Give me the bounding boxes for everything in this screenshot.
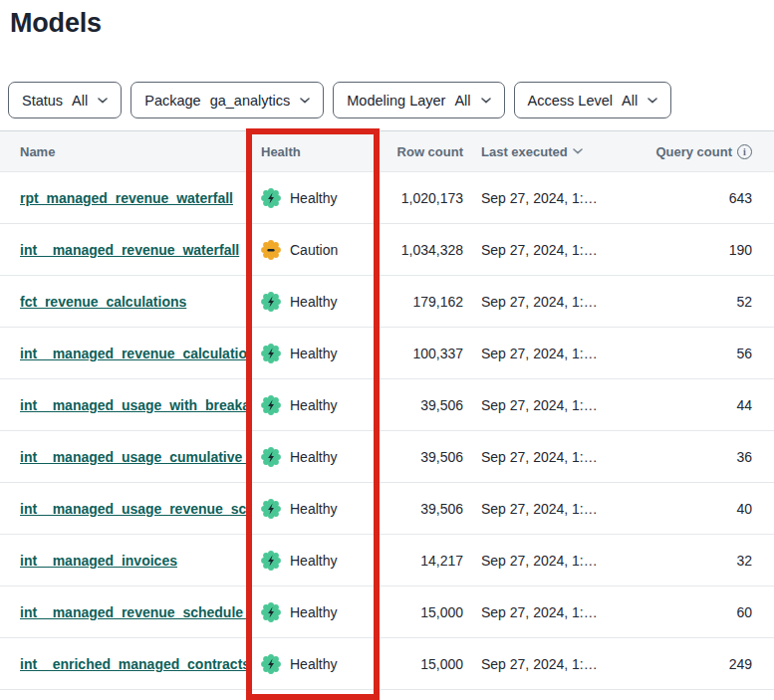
health-status-icon (261, 602, 281, 622)
query-count-value: 44 (623, 397, 774, 413)
row-count-value: 15,000 (380, 656, 468, 672)
name-cell: int__managed_revenue_schedule_… (0, 604, 246, 620)
last-executed-value: Sep 27, 2024, 1:… (468, 397, 623, 413)
filter-bar: StatusAll Packagega_analytics Modeling L… (8, 82, 774, 118)
health-status-icon (261, 188, 281, 208)
query-count-value: 643 (623, 190, 774, 206)
name-cell: int__managed_usage_with_breaka… (0, 397, 246, 413)
health-label: Healthy (290, 294, 337, 310)
filter-label: Modeling Layer (347, 93, 445, 109)
model-name-link[interactable]: int__managed_usage_cumulative_… (20, 449, 246, 465)
health-label: Healthy (290, 346, 337, 361)
query-count-value: 56 (623, 346, 774, 361)
query-count-value: 32 (623, 553, 774, 569)
filter-chip-status[interactable]: StatusAll (8, 82, 122, 118)
table-row: int__managed_revenue_calculations Health… (0, 328, 774, 379)
filter-label: Access Level (528, 93, 613, 109)
filter-chip-package[interactable]: Packagega_analytics (130, 82, 324, 118)
row-count-value: 1,034,328 (380, 242, 468, 258)
row-count-value: 14,217 (380, 553, 468, 569)
query-count-value: 60 (623, 604, 774, 620)
info-circle-icon[interactable]: i (737, 144, 752, 159)
column-header-row-count: Row count (380, 144, 468, 159)
health-cell: Healthy (246, 447, 380, 467)
health-cell: Healthy (246, 551, 380, 571)
models-table: Name Health Row count Last executed Quer… (0, 130, 774, 690)
health-label: Healthy (290, 656, 337, 672)
model-name-link[interactable]: int__enriched_managed_contracts (20, 656, 246, 672)
health-cell: Healthy (246, 344, 380, 363)
health-label: Healthy (290, 553, 337, 569)
health-cell: Healthy (246, 602, 380, 622)
name-cell: int__managed_usage_revenue_sc… (0, 501, 246, 517)
query-count-value: 249 (623, 656, 774, 672)
filter-label: Status (22, 93, 63, 109)
table-row: int__managed_usage_cumulative_… Healthy (0, 431, 774, 483)
column-header-query-count: Query count i (623, 144, 774, 159)
model-name-link[interactable]: int__managed_revenue_calculations (20, 346, 246, 361)
query-count-value: 52 (623, 294, 774, 310)
chevron-down-icon (481, 98, 491, 104)
model-name-link[interactable]: rpt_managed_revenue_waterfall (20, 190, 233, 206)
column-header-name: Name (0, 144, 246, 159)
model-name-link[interactable]: fct_revenue_calculations (20, 294, 186, 310)
health-label: Caution (290, 242, 338, 258)
row-count-value: 39,506 (380, 397, 468, 413)
filter-chip-access-level[interactable]: Access LevelAll (514, 82, 672, 118)
health-status-icon (261, 499, 281, 519)
column-header-label: Query count (655, 144, 732, 159)
name-cell: int__managed_revenue_waterfall (0, 242, 246, 258)
column-header-label: Last executed (481, 144, 568, 159)
health-label: Healthy (290, 449, 337, 465)
health-label: Healthy (290, 604, 337, 620)
table-body: rpt_managed_revenue_waterfall Healthy (0, 172, 774, 690)
last-executed-value: Sep 27, 2024, 1:… (468, 656, 623, 672)
name-cell: int__managed_revenue_calculations (0, 346, 246, 361)
last-executed-value: Sep 27, 2024, 1:… (468, 346, 623, 361)
last-executed-value: Sep 27, 2024, 1:… (468, 501, 623, 517)
model-name-link[interactable]: int__managed_usage_with_breaka… (20, 397, 246, 413)
column-header-health: Health (246, 144, 380, 159)
name-cell: int__managed_invoices (0, 553, 246, 569)
name-cell: int__enriched_managed_contracts (0, 656, 246, 672)
page-title: Models (10, 8, 774, 39)
last-executed-value: Sep 27, 2024, 1:… (468, 242, 623, 258)
table-header-row: Name Health Row count Last executed Quer… (0, 130, 774, 172)
query-count-value: 190 (623, 242, 774, 258)
model-name-link[interactable]: int__managed_revenue_schedule_… (20, 604, 246, 620)
row-count-value: 39,506 (380, 449, 468, 465)
table-row: int__managed_invoices Healthy 14,2 (0, 535, 774, 586)
row-count-value: 100,337 (380, 346, 468, 361)
filter-label: Package (144, 93, 200, 109)
query-count-value: 36 (623, 449, 774, 465)
table-row: int__managed_usage_with_breaka… Healthy (0, 379, 774, 431)
chevron-down-icon (647, 98, 657, 104)
filter-value: All (72, 93, 88, 109)
last-executed-value: Sep 27, 2024, 1:… (468, 294, 623, 310)
filter-value: ga_analytics (210, 93, 291, 109)
sort-chevron-down-icon (573, 148, 583, 154)
last-executed-value: Sep 27, 2024, 1:… (468, 190, 623, 206)
model-name-link[interactable]: int__managed_usage_revenue_sc… (20, 501, 246, 517)
column-header-last-executed[interactable]: Last executed (468, 144, 623, 159)
model-name-link[interactable]: int__managed_revenue_waterfall (20, 242, 239, 258)
row-count-value: 1,020,173 (380, 190, 468, 206)
table-row: fct_revenue_calculations Healthy 1 (0, 276, 774, 328)
query-count-value: 40 (623, 501, 774, 517)
health-cell: Healthy (246, 188, 380, 208)
health-label: Healthy (290, 501, 337, 517)
last-executed-value: Sep 27, 2024, 1:… (468, 449, 623, 465)
last-executed-value: Sep 27, 2024, 1:… (468, 604, 623, 620)
model-name-link[interactable]: int__managed_invoices (20, 553, 177, 569)
row-count-value: 179,162 (380, 294, 468, 310)
health-status-icon (261, 292, 281, 312)
name-cell: rpt_managed_revenue_waterfall (0, 190, 246, 206)
filter-chip-modeling-layer[interactable]: Modeling LayerAll (333, 82, 504, 118)
name-cell: int__managed_usage_cumulative_… (0, 449, 246, 465)
health-label: Healthy (290, 397, 337, 413)
health-status-icon (261, 654, 281, 674)
filter-value: All (622, 93, 638, 109)
table-row: int__managed_revenue_waterfall Caution (0, 224, 774, 276)
health-status-icon (261, 344, 281, 363)
health-label: Healthy (290, 190, 337, 206)
